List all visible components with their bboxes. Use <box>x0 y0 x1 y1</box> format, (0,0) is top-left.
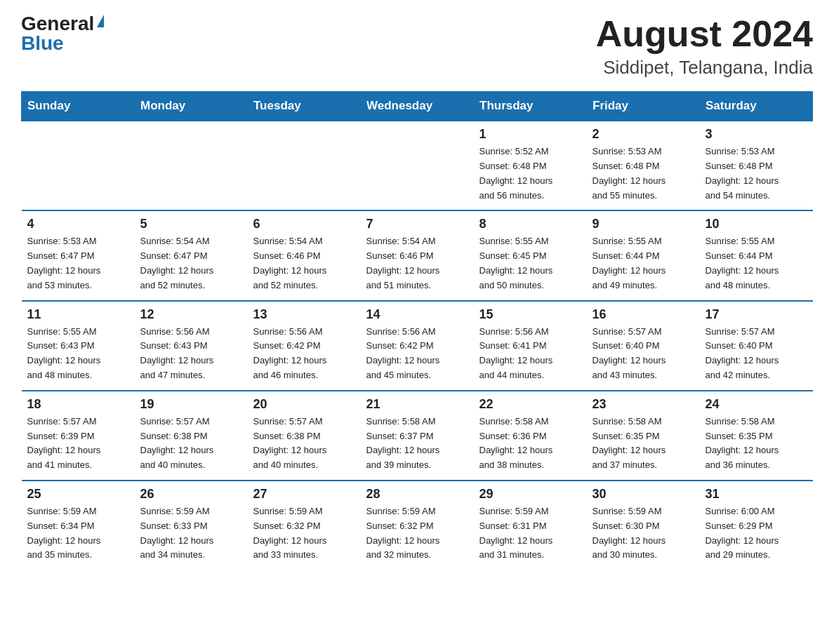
day-info: Sunrise: 5:55 AM Sunset: 6:45 PM Dayligh… <box>479 234 581 293</box>
day-info: Sunrise: 5:54 AM Sunset: 6:46 PM Dayligh… <box>253 234 355 293</box>
day-info: Sunrise: 5:56 AM Sunset: 6:43 PM Dayligh… <box>140 325 242 383</box>
calendar-header-row: SundayMondayTuesdayWednesdayThursdayFrid… <box>22 92 813 121</box>
calendar-cell: 2Sunrise: 5:53 AM Sunset: 6:48 PM Daylig… <box>587 121 700 210</box>
day-info: Sunrise: 5:55 AM Sunset: 6:44 PM Dayligh… <box>706 234 807 293</box>
calendar-cell: 1Sunrise: 5:52 AM Sunset: 6:48 PM Daylig… <box>474 121 587 210</box>
calendar-cell: 12Sunrise: 5:56 AM Sunset: 6:43 PM Dayli… <box>135 301 248 391</box>
weekday-header-sunday: Sunday <box>22 92 135 121</box>
day-number: 3 <box>706 127 807 142</box>
weekday-header-thursday: Thursday <box>474 92 587 121</box>
page-title: August 2024 <box>596 14 813 54</box>
calendar-cell: 10Sunrise: 5:55 AM Sunset: 6:44 PM Dayli… <box>700 210 813 300</box>
day-info: Sunrise: 5:58 AM Sunset: 6:37 PM Dayligh… <box>366 415 468 473</box>
weekday-header-monday: Monday <box>135 92 248 121</box>
calendar-cell: 8Sunrise: 5:55 AM Sunset: 6:45 PM Daylig… <box>474 210 587 300</box>
day-number: 24 <box>706 397 807 412</box>
day-info: Sunrise: 5:57 AM Sunset: 6:38 PM Dayligh… <box>140 415 242 473</box>
calendar-cell: 20Sunrise: 5:57 AM Sunset: 6:38 PM Dayli… <box>248 391 361 481</box>
day-number: 8 <box>479 217 581 232</box>
day-info: Sunrise: 5:59 AM Sunset: 6:31 PM Dayligh… <box>479 504 581 563</box>
day-number: 2 <box>593 127 694 142</box>
day-info: Sunrise: 5:56 AM Sunset: 6:42 PM Dayligh… <box>253 325 355 383</box>
day-info: Sunrise: 5:57 AM Sunset: 6:40 PM Dayligh… <box>593 325 694 383</box>
day-number: 11 <box>27 307 129 322</box>
calendar-cell <box>361 121 474 210</box>
calendar-cell: 27Sunrise: 5:59 AM Sunset: 6:32 PM Dayli… <box>248 481 361 570</box>
calendar-cell: 9Sunrise: 5:55 AM Sunset: 6:44 PM Daylig… <box>587 210 700 300</box>
calendar-cell: 4Sunrise: 5:53 AM Sunset: 6:47 PM Daylig… <box>22 210 135 300</box>
calendar-cell: 17Sunrise: 5:57 AM Sunset: 6:40 PM Dayli… <box>700 301 813 391</box>
day-number: 18 <box>27 397 129 412</box>
day-info: Sunrise: 5:57 AM Sunset: 6:38 PM Dayligh… <box>253 415 355 473</box>
day-info: Sunrise: 5:55 AM Sunset: 6:43 PM Dayligh… <box>27 325 129 383</box>
day-number: 5 <box>140 217 242 232</box>
day-number: 19 <box>140 397 242 412</box>
day-number: 13 <box>253 307 355 322</box>
calendar-week-row: 4Sunrise: 5:53 AM Sunset: 6:47 PM Daylig… <box>22 210 813 300</box>
calendar-week-row: 1Sunrise: 5:52 AM Sunset: 6:48 PM Daylig… <box>22 121 813 210</box>
calendar-week-row: 11Sunrise: 5:55 AM Sunset: 6:43 PM Dayli… <box>22 301 813 391</box>
logo-triangle-icon <box>97 15 104 27</box>
calendar-cell: 23Sunrise: 5:58 AM Sunset: 6:35 PM Dayli… <box>587 391 700 481</box>
logo-blue-text: Blue <box>21 34 64 53</box>
day-number: 29 <box>479 487 581 502</box>
calendar-cell: 13Sunrise: 5:56 AM Sunset: 6:42 PM Dayli… <box>248 301 361 391</box>
day-number: 21 <box>366 397 468 412</box>
day-number: 28 <box>366 487 468 502</box>
calendar-cell <box>248 121 361 210</box>
day-info: Sunrise: 5:58 AM Sunset: 6:36 PM Dayligh… <box>479 415 581 473</box>
day-number: 26 <box>140 487 242 502</box>
calendar-cell: 21Sunrise: 5:58 AM Sunset: 6:37 PM Dayli… <box>361 391 474 481</box>
day-info: Sunrise: 6:00 AM Sunset: 6:29 PM Dayligh… <box>706 504 807 563</box>
calendar-cell: 25Sunrise: 5:59 AM Sunset: 6:34 PM Dayli… <box>22 481 135 570</box>
day-number: 16 <box>593 307 694 322</box>
day-info: Sunrise: 5:57 AM Sunset: 6:40 PM Dayligh… <box>706 325 807 383</box>
day-number: 7 <box>366 217 468 232</box>
page-header: General Blue August 2024 Siddipet, Telan… <box>21 14 813 79</box>
calendar-cell: 28Sunrise: 5:59 AM Sunset: 6:32 PM Dayli… <box>361 481 474 570</box>
day-number: 22 <box>479 397 581 412</box>
day-number: 14 <box>366 307 468 322</box>
calendar-cell: 14Sunrise: 5:56 AM Sunset: 6:42 PM Dayli… <box>361 301 474 391</box>
day-info: Sunrise: 5:59 AM Sunset: 6:34 PM Dayligh… <box>27 504 129 563</box>
day-info: Sunrise: 5:55 AM Sunset: 6:44 PM Dayligh… <box>593 234 694 293</box>
calendar-cell: 22Sunrise: 5:58 AM Sunset: 6:36 PM Dayli… <box>474 391 587 481</box>
day-info: Sunrise: 5:53 AM Sunset: 6:48 PM Dayligh… <box>706 145 807 203</box>
day-info: Sunrise: 5:58 AM Sunset: 6:35 PM Dayligh… <box>593 415 694 473</box>
calendar-cell: 19Sunrise: 5:57 AM Sunset: 6:38 PM Dayli… <box>135 391 248 481</box>
day-info: Sunrise: 5:54 AM Sunset: 6:47 PM Dayligh… <box>140 234 242 293</box>
day-number: 31 <box>706 487 807 502</box>
calendar-cell: 6Sunrise: 5:54 AM Sunset: 6:46 PM Daylig… <box>248 210 361 300</box>
day-info: Sunrise: 5:59 AM Sunset: 6:32 PM Dayligh… <box>366 504 468 563</box>
day-info: Sunrise: 5:53 AM Sunset: 6:47 PM Dayligh… <box>27 234 129 293</box>
calendar-cell: 30Sunrise: 5:59 AM Sunset: 6:30 PM Dayli… <box>587 481 700 570</box>
logo: General Blue <box>21 14 104 53</box>
calendar-cell: 29Sunrise: 5:59 AM Sunset: 6:31 PM Dayli… <box>474 481 587 570</box>
page-subtitle: Siddipet, Telangana, India <box>596 57 813 79</box>
day-number: 15 <box>479 307 581 322</box>
day-number: 27 <box>253 487 355 502</box>
day-number: 10 <box>706 217 807 232</box>
calendar-cell: 16Sunrise: 5:57 AM Sunset: 6:40 PM Dayli… <box>587 301 700 391</box>
calendar-cell: 18Sunrise: 5:57 AM Sunset: 6:39 PM Dayli… <box>22 391 135 481</box>
calendar-table: SundayMondayTuesdayWednesdayThursdayFrid… <box>21 91 813 570</box>
calendar-cell: 26Sunrise: 5:59 AM Sunset: 6:33 PM Dayli… <box>135 481 248 570</box>
day-info: Sunrise: 5:59 AM Sunset: 6:32 PM Dayligh… <box>253 504 355 563</box>
calendar-week-row: 18Sunrise: 5:57 AM Sunset: 6:39 PM Dayli… <box>22 391 813 481</box>
day-info: Sunrise: 5:54 AM Sunset: 6:46 PM Dayligh… <box>366 234 468 293</box>
weekday-header-friday: Friday <box>587 92 700 121</box>
weekday-header-saturday: Saturday <box>700 92 813 121</box>
calendar-cell: 5Sunrise: 5:54 AM Sunset: 6:47 PM Daylig… <box>135 210 248 300</box>
day-number: 30 <box>593 487 694 502</box>
calendar-cell: 11Sunrise: 5:55 AM Sunset: 6:43 PM Dayli… <box>22 301 135 391</box>
weekday-header-wednesday: Wednesday <box>361 92 474 121</box>
calendar-cell: 3Sunrise: 5:53 AM Sunset: 6:48 PM Daylig… <box>700 121 813 210</box>
calendar-cell: 24Sunrise: 5:58 AM Sunset: 6:35 PM Dayli… <box>700 391 813 481</box>
day-number: 20 <box>253 397 355 412</box>
weekday-header-tuesday: Tuesday <box>248 92 361 121</box>
day-number: 1 <box>479 127 581 142</box>
logo-general-text: General <box>21 14 94 34</box>
calendar-cell <box>135 121 248 210</box>
calendar-cell: 7Sunrise: 5:54 AM Sunset: 6:46 PM Daylig… <box>361 210 474 300</box>
day-info: Sunrise: 5:56 AM Sunset: 6:42 PM Dayligh… <box>366 325 468 383</box>
